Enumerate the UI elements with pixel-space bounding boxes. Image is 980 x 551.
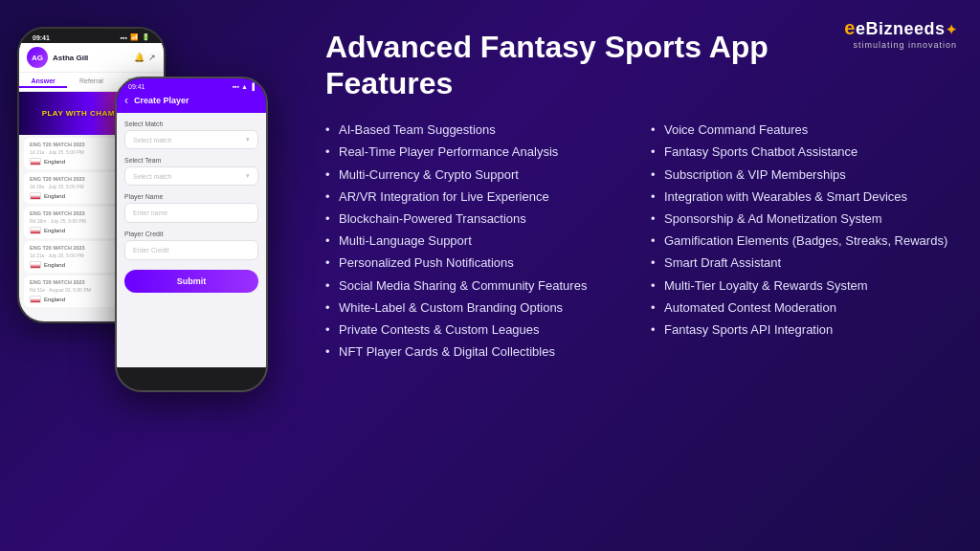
list-item: Voice Command Features: [651, 120, 957, 142]
list-item: Fantasy Sports API Integration: [651, 319, 957, 341]
player-name-input[interactable]: Enter name: [124, 203, 258, 223]
select-team-label: Select Team: [124, 157, 258, 164]
phone-front-header: ‹ Create Player: [117, 90, 266, 113]
features-list: AI-Based Team SuggestionsReal-Time Playe…: [325, 120, 957, 364]
player-credit-placeholder: Enter Credit: [133, 247, 168, 253]
phone-front-signal-icon: ▪▪▪: [233, 83, 239, 90]
team1: England: [30, 227, 65, 234]
list-item: Multi-Language Support: [325, 231, 632, 253]
flag-england-icon: [30, 158, 41, 165]
phone-back-username: Astha Gill: [53, 54, 134, 62]
list-item: AR/VR Integration for Live Experience: [325, 186, 632, 208]
select-team-placeholder: Select match: [133, 173, 171, 180]
phone-front-time: 09:41: [128, 83, 145, 90]
team1: England: [30, 192, 65, 200]
phone-back-header: AG Astha Gill 🔔 ↗: [19, 43, 164, 73]
list-item: NFT Player Cards & Digital Collectibles: [325, 342, 632, 364]
select-team-dropdown[interactable]: Select match ▾: [124, 166, 258, 186]
team1: England: [30, 296, 65, 303]
back-arrow-icon[interactable]: ‹: [124, 94, 128, 107]
share-icon: ↗: [148, 53, 156, 62]
player-name-placeholder: Enter name: [133, 209, 167, 216]
phone-back-battery-icon: 🔋: [142, 33, 150, 41]
nav-item-referral[interactable]: Referral: [67, 76, 115, 88]
team1: England: [30, 261, 65, 269]
list-item: Subscription & VIP Memberships: [651, 164, 957, 186]
flag-england-icon: [30, 192, 41, 200]
phone-back-wifi-icon: 📶: [130, 33, 139, 41]
list-item: Gamification Elements (Badges, Streaks, …: [651, 231, 957, 253]
phone-front-battery-icon: ▐: [250, 83, 255, 90]
list-item: Multi-Tier Loyalty & Rewards System: [651, 275, 957, 297]
avatar: AG: [27, 47, 48, 68]
player-credit-input[interactable]: Enter Credit: [124, 240, 258, 260]
phone-front: 09:41 ▪▪▪ ▲ ▐ ‹ Create Player Select Mat…: [115, 77, 268, 392]
list-item: White-Label & Custom Branding Options: [325, 297, 632, 319]
list-item: Integration with Wearables & Smart Devic…: [651, 186, 957, 208]
notification-icon: 🔔: [134, 53, 145, 62]
phone-front-status-bar: 09:41 ▪▪▪ ▲ ▐: [117, 78, 266, 90]
list-item: Private Contests & Custom Leagues: [325, 319, 632, 341]
chevron-down-icon: ▾: [246, 136, 250, 143]
chevron-down-icon-2: ▾: [246, 172, 250, 180]
list-item: Automated Contest Moderation: [651, 297, 957, 319]
submit-button[interactable]: Submit: [124, 270, 258, 293]
list-item: AI-Based Team Suggestions: [325, 120, 632, 142]
list-item: Social Media Sharing & Community Feature…: [325, 275, 632, 297]
list-item: Personalized Push Notifications: [325, 253, 632, 275]
flag-england-icon: [30, 261, 41, 269]
phone-front-wifi-icon: ▲: [241, 83, 248, 90]
page-title: Advanced Fantasy Sports App Features: [325, 29, 957, 102]
player-name-label: Player Name: [124, 193, 258, 200]
content-area: Advanced Fantasy Sports App Features AI-…: [325, 29, 957, 536]
phone-back-signal-icon: ▪▪▪: [121, 34, 127, 41]
phone-back-time: 09:41: [33, 34, 50, 41]
select-match-placeholder: Select match: [133, 137, 171, 143]
list-item: Real-Time Player Performance Analysis: [325, 142, 632, 164]
nav-item-answer[interactable]: Answer: [19, 76, 67, 88]
list-item: Smart Draft Assistant: [651, 253, 957, 275]
flag-england-icon: [30, 227, 41, 234]
player-credit-label: Player Credit: [124, 231, 258, 237]
team1: England: [30, 158, 65, 165]
phone-front-body: Select Match Select match ▾ Select Team …: [117, 113, 266, 367]
flag-england-icon: [30, 296, 41, 303]
list-item: Multi-Currency & Crypto Support: [325, 164, 632, 186]
select-match-label: Select Match: [124, 121, 258, 127]
phone-back-action-icons: 🔔 ↗: [134, 53, 156, 62]
phone-front-title: Create Player: [134, 96, 189, 105]
list-item: Sponsorship & Ad Monetization System: [651, 209, 957, 231]
list-item: Fantasy Sports Chatbot Assistance: [651, 142, 957, 164]
select-match-dropdown[interactable]: Select match ▾: [124, 130, 258, 149]
list-item: Blockchain-Powered Transactions: [325, 209, 632, 231]
